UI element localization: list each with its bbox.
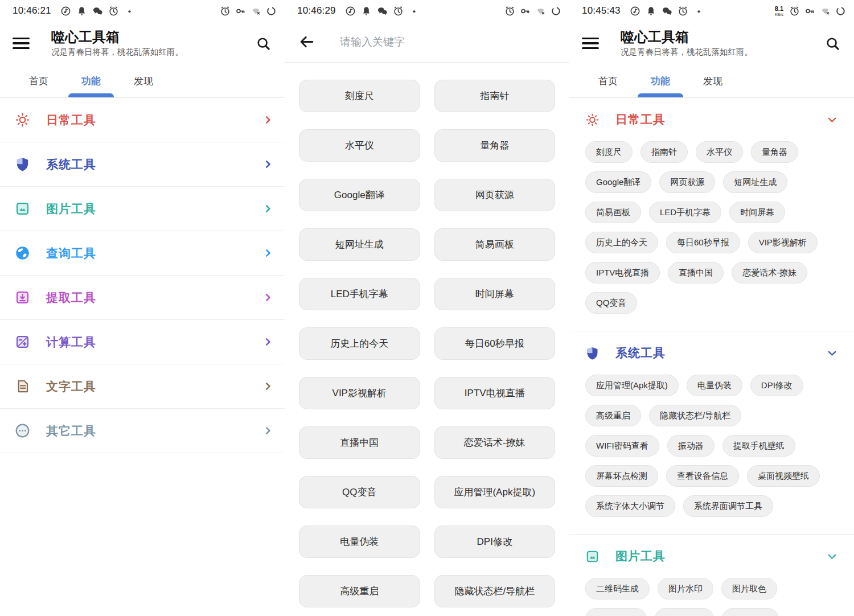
music-icon [630, 6, 640, 17]
tool-button[interactable]: 直播中国 [299, 426, 420, 459]
sun-icon [585, 113, 600, 127]
back-icon[interactable] [298, 34, 315, 50]
menu-icon[interactable] [582, 38, 599, 49]
tool-chip[interactable]: 网页获源 [659, 171, 715, 193]
tab-home[interactable]: 首页 [26, 65, 51, 97]
tool-chip-partial[interactable] [722, 608, 779, 616]
category-row-calc[interactable]: 计算工具 [0, 320, 285, 364]
shield-icon [15, 157, 30, 172]
tool-category-list: 日常工具系统工具图片工具查询工具提取工具计算工具文字工具其它工具 [0, 98, 285, 453]
tool-chip[interactable]: 查看设备信息 [666, 465, 739, 487]
extract-icon [15, 290, 30, 305]
tool-chip[interactable]: 电量伪装 [687, 375, 742, 396]
section-header-image[interactable]: 图片工具 [585, 544, 838, 569]
dot-icon [409, 6, 420, 17]
section-label: 日常工具 [615, 112, 666, 128]
category-row-daily[interactable]: 日常工具 [0, 98, 285, 142]
tool-chip[interactable]: 系统字体大小调节 [585, 495, 675, 517]
tool-chip[interactable]: 水平仪 [696, 141, 743, 163]
chip-row: QQ变音 [585, 292, 838, 314]
tool-chip[interactable]: DPI修改 [750, 375, 803, 396]
tool-chip[interactable]: 隐藏状态栏/导航栏 [649, 405, 741, 426]
tool-chip[interactable]: QQ变音 [585, 292, 637, 314]
tool-chip[interactable]: IPTV电视直播 [585, 262, 660, 284]
chip-row [585, 608, 838, 616]
tab-discover[interactable]: 发现 [131, 65, 156, 97]
tool-button[interactable]: 隐藏状态栏/导航栏 [434, 575, 556, 607]
tool-button[interactable]: 刻度尺 [299, 80, 420, 112]
tool-chip[interactable]: 简易画板 [585, 202, 641, 223]
tool-chip-partial[interactable] [585, 608, 647, 616]
active-tab-indicator [638, 93, 683, 97]
category-row-other[interactable]: 其它工具 [0, 409, 285, 453]
tool-chip[interactable]: 振动器 [667, 435, 715, 457]
tool-chip-partial[interactable] [655, 608, 714, 616]
tool-chip[interactable]: 短网址生成 [723, 171, 787, 193]
search-icon[interactable] [825, 36, 840, 51]
tool-chip[interactable]: VIP影视解析 [748, 232, 818, 253]
tool-chip[interactable]: Google翻译 [585, 171, 651, 193]
menu-icon[interactable] [13, 38, 30, 49]
tool-chip[interactable]: 桌面视频壁纸 [747, 465, 820, 487]
tool-chip[interactable]: 刻度尺 [585, 141, 633, 163]
tool-chip[interactable]: 历史上的今天 [585, 232, 658, 253]
tool-chip[interactable]: 屏幕坏点检测 [585, 465, 658, 487]
tool-chip[interactable]: 应用管理(Apk提取) [585, 375, 679, 396]
tool-button[interactable]: 历史上的今天 [299, 327, 420, 360]
tab-home[interactable]: 首页 [596, 65, 621, 97]
chevron-right-icon [262, 248, 273, 258]
status-time: 10:45:43 [582, 5, 621, 17]
app-header: 噬心工具箱 况是青春日将暮，桃花乱落如红雨。 [0, 22, 285, 65]
tool-button[interactable]: 量角器 [434, 129, 556, 162]
tool-button[interactable]: VIP影视解析 [299, 377, 420, 409]
tab-discover[interactable]: 发现 [700, 65, 725, 97]
tool-chip[interactable]: 二维码生成 [585, 578, 650, 599]
tool-button[interactable]: 短网址生成 [299, 228, 420, 261]
tool-chip[interactable]: 每日60秒早报 [666, 232, 740, 253]
tool-chip[interactable]: 图片水印 [658, 578, 713, 599]
tool-chip[interactable]: 直播中国 [668, 262, 724, 284]
alarm-icon [678, 6, 688, 17]
section-header-daily[interactable]: 日常工具 [585, 107, 838, 132]
tool-chip[interactable]: 提取手机壁纸 [722, 435, 795, 457]
tool-button[interactable]: 应用管理(Apk提取) [434, 476, 556, 508]
search-icon[interactable] [256, 36, 271, 51]
tool-button[interactable]: 简易画板 [434, 228, 556, 261]
status-right-icons: 8.1 KB/s [775, 6, 846, 17]
tool-button[interactable]: 每日60秒早报 [434, 327, 556, 360]
tool-chip[interactable]: 系统界面调节工具 [683, 495, 773, 517]
tool-chip[interactable]: LED手机字幕 [649, 202, 721, 223]
wifi-off-icon [820, 6, 831, 17]
tool-button[interactable]: 高级重启 [299, 575, 420, 607]
tab-functions[interactable]: 功能 [79, 65, 104, 97]
tab-functions[interactable]: 功能 [648, 65, 673, 97]
function-sections: 日常工具刻度尺指南针水平仪量角器Google翻译网页获源短网址生成简易画板LED… [569, 107, 854, 616]
tab-bar: 首页 功能 发现 [0, 65, 285, 98]
tool-chip[interactable]: 时间屏幕 [729, 202, 785, 223]
section-header-system[interactable]: 系统工具 [585, 340, 838, 366]
category-row-image[interactable]: 图片工具 [0, 187, 285, 231]
category-row-text[interactable]: 文字工具 [0, 364, 285, 409]
tool-button[interactable]: 电量伪装 [299, 525, 420, 558]
tool-button[interactable]: 时间屏幕 [434, 278, 556, 310]
search-input[interactable] [340, 36, 511, 48]
tool-button[interactable]: QQ变音 [299, 476, 420, 508]
tool-chip[interactable]: 量角器 [751, 141, 798, 163]
tool-chip[interactable]: WIFI密码查看 [585, 435, 659, 457]
tool-chip[interactable]: 指南针 [640, 141, 688, 163]
category-row-query[interactable]: 查询工具 [0, 231, 285, 276]
tool-button[interactable]: 水平仪 [299, 129, 420, 162]
tool-chip[interactable]: 图片取色 [721, 578, 777, 599]
category-row-extract[interactable]: 提取工具 [0, 276, 285, 320]
tool-button[interactable]: 指南针 [434, 80, 556, 112]
tool-chip[interactable]: 恋爱话术-撩妹 [732, 262, 807, 284]
tool-button[interactable]: LED手机字幕 [299, 278, 420, 310]
category-row-system[interactable]: 系统工具 [0, 142, 285, 187]
tool-button[interactable]: DPI修改 [434, 525, 556, 558]
tool-button[interactable]: Google翻译 [299, 179, 420, 211]
tool-button[interactable]: 网页获源 [434, 179, 556, 211]
tool-chip[interactable]: 高级重启 [585, 405, 641, 426]
tool-button[interactable]: 恋爱话术-撩妹 [434, 426, 556, 459]
screen-functions-expanded: 10:45:43 8.1 KB/s 噬心工具箱 况是青春日将暮，桃花乱落如红雨。… [569, 0, 854, 616]
tool-button[interactable]: IPTV电视直播 [434, 377, 556, 409]
